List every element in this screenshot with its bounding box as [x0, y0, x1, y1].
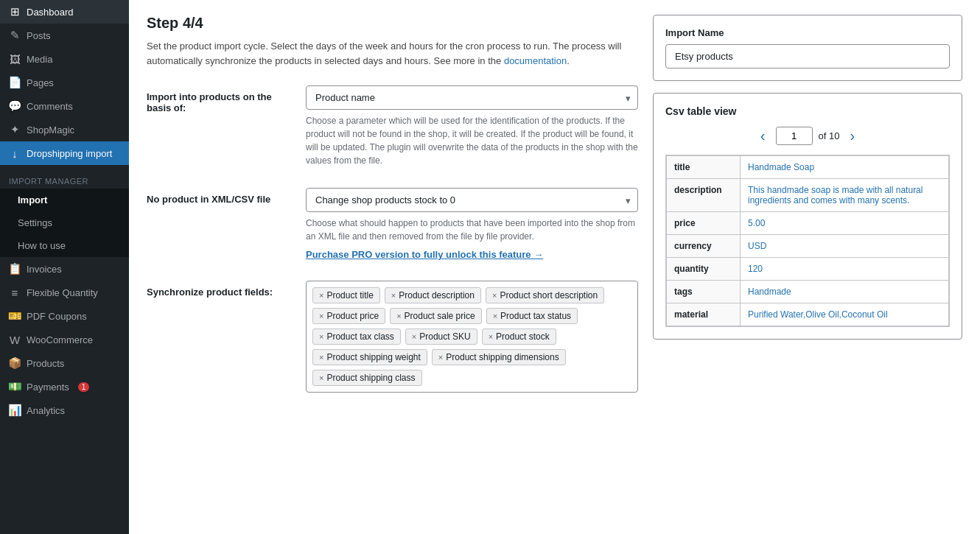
- next-page-button[interactable]: ›: [845, 126, 859, 146]
- tag-remove-icon[interactable]: ×: [412, 332, 416, 341]
- tag-product-sku[interactable]: ×Product SKU: [405, 329, 477, 345]
- pagination: ‹ of 10 ›: [665, 126, 950, 146]
- sidebar-item-pdf-coupons[interactable]: 🎫 PDF Coupons: [0, 304, 129, 328]
- sidebar-item-settings[interactable]: Settings: [0, 211, 129, 234]
- table-row: currencyUSD: [667, 235, 949, 258]
- tag-remove-icon[interactable]: ×: [492, 291, 497, 300]
- sidebar-item-woocommerce[interactable]: W WooCommerce: [0, 328, 129, 351]
- table-key: title: [667, 156, 741, 179]
- documentation-link[interactable]: documentation: [504, 55, 567, 66]
- tag-product-price[interactable]: ×Product price: [312, 308, 385, 324]
- tag-product-sale-price[interactable]: ×Product sale price: [390, 308, 481, 324]
- import-manager-section: Import Manager: [0, 165, 129, 189]
- tag-remove-icon[interactable]: ×: [438, 353, 443, 362]
- step-title: Step 4/4: [147, 15, 638, 32]
- sync-fields-row: Synchronize product fields: ×Product tit…: [147, 281, 638, 393]
- sidebar-item-pages[interactable]: 📄 Pages: [0, 71, 129, 94]
- tag-product-tax-class[interactable]: ×Product tax class: [312, 329, 401, 345]
- pdf-coupons-icon: 🎫: [9, 310, 21, 322]
- sidebar-item-import[interactable]: Import: [0, 189, 129, 211]
- table-row: descriptionThis handmade soap is made wi…: [667, 179, 949, 212]
- tag-product-shipping-weight[interactable]: ×Product shipping weight: [312, 349, 427, 365]
- of-label: of 10: [819, 130, 840, 141]
- tag-remove-icon[interactable]: ×: [489, 332, 493, 341]
- no-product-select[interactable]: Change shop products stock to 0 Do nothi…: [306, 188, 638, 212]
- table-row: tagsHandmade: [667, 281, 949, 303]
- tag-product-stock[interactable]: ×Product stock: [482, 329, 556, 345]
- woocommerce-icon: W: [9, 334, 21, 345]
- import-basis-select[interactable]: Product name Product SKU Product ID: [306, 85, 638, 110]
- posts-icon: ✎: [9, 29, 21, 41]
- sidebar-item-payments[interactable]: 💵 Payments 1: [0, 375, 129, 398]
- sidebar-item-dropshipping[interactable]: ↓ Dropshipping import: [0, 141, 129, 165]
- no-product-description: Choose what should happen to products th…: [306, 217, 638, 243]
- tag-remove-icon[interactable]: ×: [391, 291, 396, 300]
- tag-product-short-description[interactable]: ×Product short description: [486, 287, 604, 303]
- csv-table: titleHandmade SoapdescriptionThis handma…: [666, 155, 949, 326]
- import-basis-field: Product name Product SKU Product ID ▾ Ch…: [306, 85, 638, 167]
- tag-product-title[interactable]: ×Product title: [312, 287, 380, 303]
- tag-remove-icon[interactable]: ×: [396, 312, 401, 320]
- media-icon: 🖼: [9, 53, 21, 65]
- invoices-icon: 📋: [9, 263, 21, 275]
- sidebar-item-dashboard[interactable]: ⊞ Dashboard: [0, 0, 129, 24]
- submenu: Import Settings How to use: [0, 189, 129, 257]
- table-key: price: [667, 212, 741, 235]
- table-key: material: [667, 303, 741, 326]
- import-basis-row: Import into products on the basis of: Pr…: [147, 85, 638, 167]
- tag-product-shipping-dimensions[interactable]: ×Product shipping dimensions: [432, 349, 566, 365]
- sidebar-item-media[interactable]: 🖼 Media: [0, 47, 129, 71]
- prev-page-button[interactable]: ‹: [756, 126, 770, 146]
- no-product-field: Change shop products stock to 0 Do nothi…: [306, 188, 638, 260]
- tag-remove-icon[interactable]: ×: [319, 373, 323, 382]
- tag-product-tax-status[interactable]: ×Product tax status: [486, 308, 578, 324]
- sidebar-item-posts[interactable]: ✎ Posts: [0, 24, 129, 47]
- tag-remove-icon[interactable]: ×: [319, 312, 323, 320]
- import-name-input[interactable]: [665, 44, 950, 68]
- tag-remove-icon[interactable]: ×: [319, 332, 323, 341]
- csv-table-wrapper: titleHandmade SoapdescriptionThis handma…: [665, 155, 950, 327]
- tags-container: ×Product title×Product description×Produ…: [306, 281, 638, 393]
- flexible-quantity-icon: ≡: [9, 287, 21, 298]
- import-name-label: Import Name: [665, 27, 950, 38]
- import-basis-select-wrapper: Product name Product SKU Product ID ▾: [306, 85, 638, 110]
- table-value: This handmade soap is made with all natu…: [741, 179, 949, 212]
- import-name-box: Import Name: [653, 15, 962, 81]
- sidebar-item-shopmagic[interactable]: ✦ ShopMagic: [0, 118, 129, 141]
- sidebar-item-how-to-use[interactable]: How to use: [0, 234, 129, 257]
- table-value: 5.00: [741, 212, 949, 235]
- table-key: currency: [667, 235, 741, 258]
- tag-product-description[interactable]: ×Product description: [385, 287, 481, 303]
- purchase-pro-link[interactable]: Purchase PRO version to fully unlock thi…: [306, 249, 638, 260]
- page-input[interactable]: [776, 127, 813, 145]
- analytics-icon: 📊: [9, 404, 21, 416]
- right-panel: Import Name Csv table view ‹ of 10 › tit…: [653, 15, 962, 519]
- sidebar-item-comments[interactable]: 💬 Comments: [0, 94, 129, 118]
- no-product-select-wrapper: Change shop products stock to 0 Do nothi…: [306, 188, 638, 212]
- table-key: quantity: [667, 258, 741, 281]
- sidebar-item-analytics[interactable]: 📊 Analytics: [0, 398, 129, 422]
- dropshipping-icon: ↓: [9, 147, 21, 159]
- comments-icon: 💬: [9, 100, 21, 112]
- sidebar: ⊞ Dashboard ✎ Posts 🖼 Media 📄 Pages 💬 Co…: [0, 0, 129, 534]
- sidebar-item-invoices[interactable]: 📋 Invoices: [0, 257, 129, 281]
- table-value: Handmade Soap: [741, 156, 949, 179]
- table-value: USD: [741, 235, 949, 258]
- shopmagic-icon: ✦: [9, 124, 21, 136]
- no-product-label: No product in XML/CSV file: [147, 188, 294, 205]
- sidebar-item-flexible-quantity[interactable]: ≡ Flexible Quantity: [0, 281, 129, 304]
- table-key: tags: [667, 281, 741, 303]
- payments-icon: 💵: [9, 381, 21, 393]
- step-description: Set the product import cycle. Select the…: [147, 39, 638, 68]
- tag-remove-icon[interactable]: ×: [493, 312, 497, 320]
- sync-label: Synchronize product fields:: [147, 281, 294, 298]
- import-basis-label: Import into products on the basis of:: [147, 85, 294, 113]
- csv-table-title: Csv table view: [665, 105, 950, 117]
- sidebar-item-products[interactable]: 📦 Products: [0, 351, 129, 375]
- table-value: 120: [741, 258, 949, 281]
- tag-remove-icon[interactable]: ×: [319, 291, 323, 300]
- table-row: price5.00: [667, 212, 949, 235]
- dashboard-icon: ⊞: [9, 6, 21, 18]
- tag-remove-icon[interactable]: ×: [319, 353, 323, 362]
- tag-product-shipping-class[interactable]: ×Product shipping class: [312, 370, 422, 386]
